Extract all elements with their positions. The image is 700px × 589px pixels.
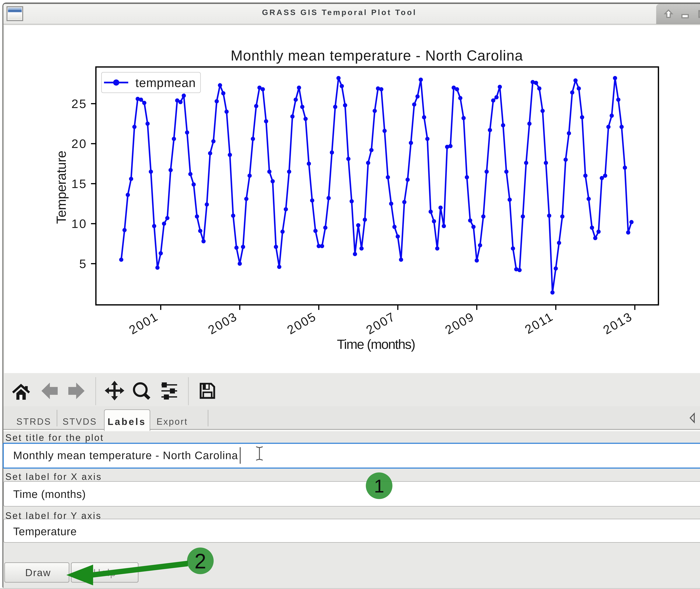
svg-text:5: 5 [79, 257, 87, 271]
svg-text:2013: 2013 [601, 309, 635, 337]
svg-text:2007: 2007 [364, 309, 398, 337]
svg-text:1: 1 [374, 476, 384, 497]
svg-text:20: 20 [71, 137, 87, 151]
svg-text:25: 25 [71, 97, 87, 111]
svg-text:2001: 2001 [126, 309, 160, 337]
svg-text:tempmean: tempmean [135, 76, 196, 90]
svg-text:Time (months): Time (months) [337, 337, 415, 352]
svg-text:2011: 2011 [522, 309, 556, 337]
svg-text:Temperature: Temperature [54, 151, 69, 224]
svg-text:2009: 2009 [443, 309, 477, 337]
svg-text:2: 2 [195, 549, 206, 573]
svg-text:2005: 2005 [285, 309, 319, 337]
svg-text:2003: 2003 [206, 309, 240, 337]
svg-text:Monthly mean temperature - Nor: Monthly mean temperature - North Carolin… [231, 47, 523, 63]
svg-text:10: 10 [71, 217, 87, 231]
svg-text:15: 15 [71, 177, 87, 191]
